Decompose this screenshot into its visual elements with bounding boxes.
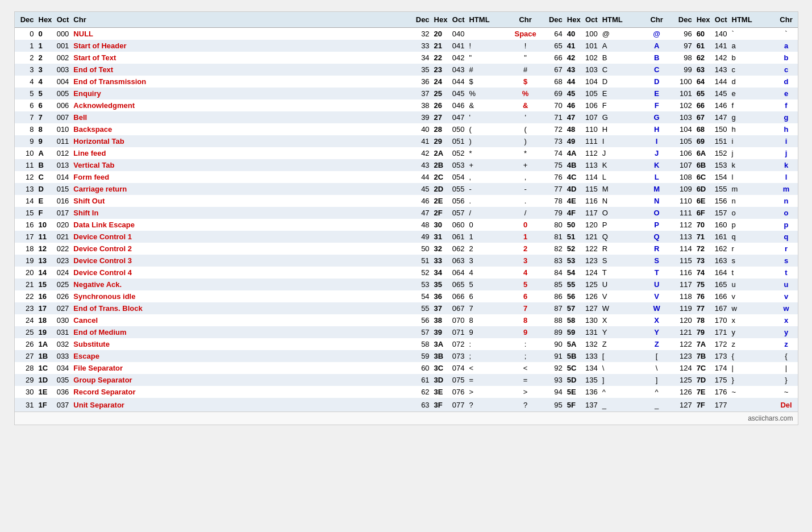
hex2: 3A: [432, 338, 450, 350]
chr4: `: [775, 28, 798, 40]
chr3: F: [646, 99, 668, 111]
oct4: 173: [713, 350, 730, 362]
oct2: 073: [449, 350, 467, 362]
chr4: i: [775, 135, 798, 147]
hex2: 33: [432, 255, 450, 267]
sep2: [539, 135, 543, 147]
oct1: 014: [54, 171, 71, 183]
html2: ): [467, 135, 512, 147]
hex1: B: [36, 159, 55, 171]
hex3: 48: [565, 123, 583, 135]
sep3: [668, 374, 673, 386]
dec2: 43: [410, 159, 432, 171]
sep2: [539, 398, 543, 412]
oct4: 175: [713, 374, 730, 386]
name1: Start of Header: [71, 40, 405, 52]
oct4: 176: [713, 386, 730, 398]
sep2: [539, 123, 543, 135]
dec4: 112: [673, 219, 694, 231]
hex1: 1A: [36, 338, 55, 350]
html4: `: [730, 28, 775, 40]
dec1: 30: [15, 386, 36, 398]
hex1: 3: [36, 64, 55, 76]
html4: s: [730, 255, 775, 267]
oct1: 007: [54, 111, 71, 123]
sep2: [539, 338, 543, 350]
sep2: [539, 52, 543, 64]
oct2: 043: [449, 64, 467, 76]
sep3: [668, 123, 673, 135]
oct1: 034: [54, 362, 71, 374]
hex1: 11: [36, 231, 55, 243]
dec3: 95: [543, 398, 565, 412]
dec3: 74: [543, 147, 565, 159]
hex1: 2: [36, 52, 55, 64]
hex2: 2E: [432, 195, 450, 207]
hex4: 7B: [694, 350, 713, 362]
sep1: [406, 243, 410, 255]
oct2: 063: [449, 255, 467, 267]
dec1: 8: [15, 123, 36, 135]
oct1: 036: [54, 386, 71, 398]
sep3: [668, 147, 673, 159]
dec4: 118: [673, 290, 694, 302]
html2: 2: [467, 243, 512, 255]
name1: Unit Separator: [71, 398, 405, 412]
html3: S: [600, 255, 646, 267]
oct4: 161: [713, 231, 730, 243]
dec4: 102: [673, 99, 694, 111]
hex2: 34: [432, 267, 450, 279]
sep3: [668, 76, 673, 88]
oct3: 104: [583, 76, 600, 88]
dec1: 15: [15, 207, 36, 219]
oct1: 003: [54, 64, 71, 76]
chr4: p: [775, 219, 798, 231]
oct1: 033: [54, 350, 71, 362]
oct1: 022: [54, 243, 71, 255]
chr3: ]: [646, 374, 668, 386]
sep3: [668, 207, 673, 219]
hex2: 27: [432, 111, 450, 123]
sep2: [539, 207, 543, 219]
sep2: [539, 243, 543, 255]
oct2: 054: [449, 171, 467, 183]
dec3: 82: [543, 243, 565, 255]
hex4: 73: [694, 255, 713, 267]
html3: O: [600, 207, 646, 219]
th-dec2: Dec: [410, 12, 432, 28]
oct1: 015: [54, 183, 71, 195]
html4: ~: [730, 386, 775, 398]
html3: M: [600, 183, 646, 195]
oct3: 110: [583, 123, 600, 135]
sep2: [539, 159, 543, 171]
dec1: 28: [15, 362, 36, 374]
oct4: 143: [713, 64, 730, 76]
th-oct2: Oct: [449, 12, 467, 28]
sep3: [668, 99, 673, 111]
dec3: 81: [543, 231, 565, 243]
oct1: 004: [54, 76, 71, 88]
dec2: 56: [410, 314, 432, 326]
dec4: 123: [673, 350, 694, 362]
sep1: [406, 135, 410, 147]
sep2: [539, 290, 543, 302]
sep1: [406, 219, 410, 231]
dec2: 49: [410, 231, 432, 243]
oct2: 045: [449, 88, 467, 99]
hex2: 2C: [432, 171, 450, 183]
hex2: 3B: [432, 350, 450, 362]
chr3: Z: [646, 338, 668, 350]
table-row: 2519031End of Medium5739071998959131YY12…: [15, 326, 798, 338]
sep1: [406, 159, 410, 171]
hex3: 44: [565, 76, 583, 88]
table-row: 311F037Unit Separator633F077??955F137__1…: [15, 398, 798, 412]
dec1: 19: [15, 255, 36, 267]
dec3: 70: [543, 99, 565, 111]
hex3: 47: [565, 111, 583, 123]
chr2: 8: [512, 314, 538, 326]
chr2: ': [512, 111, 538, 123]
oct1: 027: [54, 302, 71, 314]
sep2: [539, 326, 543, 338]
oct2: 046: [449, 99, 467, 111]
dec1: 7: [15, 111, 36, 123]
